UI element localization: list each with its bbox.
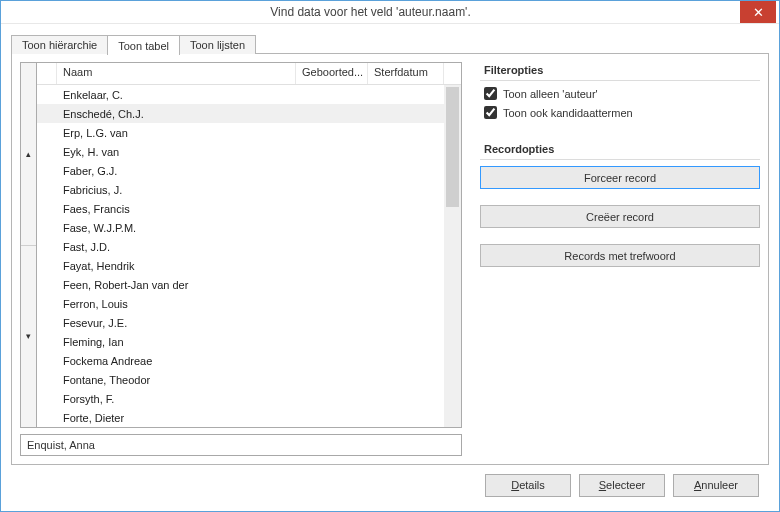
row-name: Fase, W.J.P.M.: [57, 222, 296, 234]
table-row[interactable]: Feen, Robert-Jan van der: [37, 275, 444, 294]
table-row[interactable]: Fabricius, J.: [37, 180, 444, 199]
left-column: ▴ ▾ Naam Geboorted... Sterfdatum: [20, 62, 462, 456]
dialog-footer: Details Selecteer Annuleer: [11, 465, 769, 505]
row-name: Fockema Andreae: [57, 355, 296, 367]
search-input[interactable]: Enquist, Anna: [20, 434, 462, 456]
table-row[interactable]: Erp, L.G. van: [37, 123, 444, 142]
cancel-button[interactable]: Annuleer: [673, 474, 759, 497]
search-input-value: Enquist, Anna: [27, 439, 95, 451]
filter-candidates-checkbox[interactable]: Toon ook kandidaattermen: [480, 106, 760, 119]
window: Vind data voor het veld 'auteur.naam'. ✕…: [0, 0, 780, 512]
force-record-button[interactable]: Forceer record: [480, 166, 760, 189]
client-area: Toon hiërarchie Toon tabel Toon lijsten …: [1, 24, 779, 512]
row-name: Fontane, Theodor: [57, 374, 296, 386]
row-scroll-down-button[interactable]: ▾: [21, 246, 36, 428]
table-row[interactable]: Enschedé, Ch.J.: [37, 104, 444, 123]
table-row[interactable]: Forsyth, F.: [37, 389, 444, 408]
row-name: Fabricius, J.: [57, 184, 296, 196]
grid-header-scroll-gap: [444, 63, 461, 84]
table-row[interactable]: Faes, Francis: [37, 199, 444, 218]
filter-candidates-label: Toon ook kandidaattermen: [503, 107, 633, 119]
filter-candidates-input[interactable]: [484, 106, 497, 119]
tabstrip: Toon hiërarchie Toon tabel Toon lijsten: [11, 32, 769, 54]
filter-only-author-label: Toon alleen 'auteur': [503, 88, 598, 100]
grid-container: ▴ ▾ Naam Geboorted... Sterfdatum: [20, 62, 462, 428]
table-row[interactable]: Fase, W.J.P.M.: [37, 218, 444, 237]
row-name: Erp, L.G. van: [57, 127, 296, 139]
row-name: Feen, Robert-Jan van der: [57, 279, 296, 291]
close-button[interactable]: ✕: [740, 1, 776, 23]
right-column: Filteropties Toon alleen 'auteur' Toon o…: [480, 62, 760, 456]
row-name: Faber, G.J.: [57, 165, 296, 177]
select-button[interactable]: Selecteer: [579, 474, 665, 497]
filter-options-header: Filteropties: [480, 62, 760, 81]
row-name: Fesevur, J.E.: [57, 317, 296, 329]
row-name: Fayat, Hendrik: [57, 260, 296, 272]
window-title: Vind data voor het veld 'auteur.naam'.: [1, 5, 740, 19]
table-row[interactable]: Fleming, Ian: [37, 332, 444, 351]
record-options-header: Recordopties: [480, 141, 760, 160]
row-name: Fleming, Ian: [57, 336, 296, 348]
scrollbar-thumb[interactable]: [446, 87, 459, 207]
table-row[interactable]: Fast, J.D.: [37, 237, 444, 256]
create-record-button[interactable]: Creëer record: [480, 205, 760, 228]
table-row[interactable]: Eyk, H. van: [37, 142, 444, 161]
grid-body: Enkelaar, C.Enschedé, Ch.J.Erp, L.G. van…: [37, 85, 461, 427]
grid-header-name[interactable]: Naam: [57, 63, 296, 84]
grid-header-row: Naam Geboorted... Sterfdatum: [37, 63, 461, 85]
tab-hierarchy[interactable]: Toon hiërarchie: [11, 35, 108, 54]
row-name: Enkelaar, C.: [57, 89, 296, 101]
details-button[interactable]: Details: [485, 474, 571, 497]
table-row[interactable]: Fesevur, J.E.: [37, 313, 444, 332]
table-row[interactable]: Fayat, Hendrik: [37, 256, 444, 275]
row-scroller: ▴ ▾: [21, 63, 37, 427]
titlebar: Vind data voor het veld 'auteur.naam'. ✕: [1, 1, 779, 24]
tab-table[interactable]: Toon tabel: [107, 35, 180, 55]
filter-only-author-checkbox[interactable]: Toon alleen 'auteur': [480, 87, 760, 100]
table-row[interactable]: Ferron, Louis: [37, 294, 444, 313]
table-row[interactable]: Enkelaar, C.: [37, 85, 444, 104]
grid-header-icon[interactable]: [37, 63, 57, 84]
row-name: Forte, Dieter: [57, 412, 296, 424]
grid-header-birth[interactable]: Geboorted...: [296, 63, 368, 84]
tab-lists[interactable]: Toon lijsten: [179, 35, 256, 54]
row-name: Ferron, Louis: [57, 298, 296, 310]
row-name: Fast, J.D.: [57, 241, 296, 253]
vertical-scrollbar[interactable]: [444, 85, 461, 427]
row-name: Enschedé, Ch.J.: [57, 108, 296, 120]
table-row[interactable]: Fockema Andreae: [37, 351, 444, 370]
table-row[interactable]: Faber, G.J.: [37, 161, 444, 180]
table-row[interactable]: Forte, Dieter: [37, 408, 444, 427]
row-name: Eyk, H. van: [57, 146, 296, 158]
grid: Naam Geboorted... Sterfdatum Enkelaar, C…: [37, 63, 461, 427]
table-row[interactable]: Fontane, Theodor: [37, 370, 444, 389]
row-name: Forsyth, F.: [57, 393, 296, 405]
row-scroll-up-button[interactable]: ▴: [21, 63, 36, 245]
records-with-keyword-button[interactable]: Records met trefwoord: [480, 244, 760, 267]
tab-panel: ▴ ▾ Naam Geboorted... Sterfdatum: [11, 53, 769, 465]
filter-only-author-input[interactable]: [484, 87, 497, 100]
row-name: Faes, Francis: [57, 203, 296, 215]
scrollbar-track[interactable]: [444, 85, 461, 427]
grid-header-death[interactable]: Sterfdatum: [368, 63, 444, 84]
